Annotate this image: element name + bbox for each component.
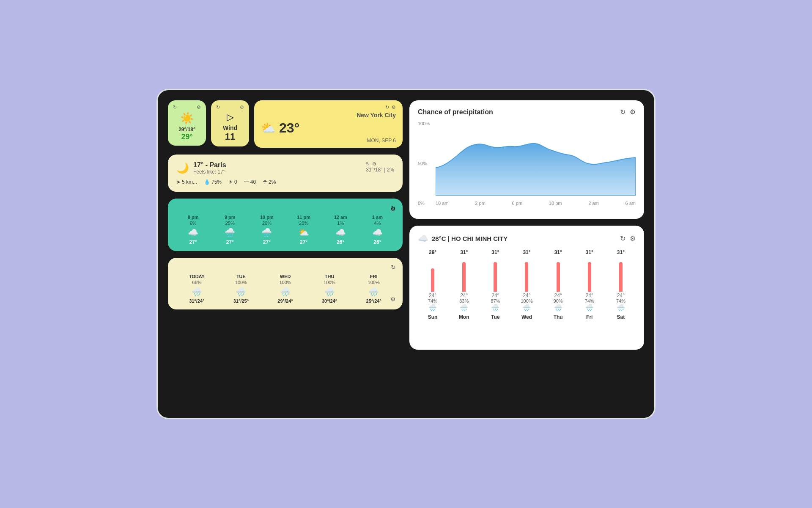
- hourly-col-1: 9 pm 25% 🌧️ 27°: [211, 215, 248, 245]
- hcm-humidity: 100%: [512, 298, 541, 304]
- paris-info: 17° - Paris Feels like: 17°: [193, 161, 226, 175]
- weekly-col-4: FRI 100% 🌧️ 25°/24°: [351, 274, 396, 304]
- paris-uv-stat: ☀ 0: [228, 179, 237, 185]
- hourly-col-3: 11 pm 20% ⛅ 27°: [285, 215, 322, 245]
- hourly-col-0: 8 pm 6% ☁️ 27°: [175, 215, 211, 245]
- y-label-50: 50%: [418, 161, 430, 166]
- paris-rain-stat: ☂ 2%: [263, 179, 276, 185]
- paris-cloud-icon: 〰: [244, 179, 249, 185]
- weekly-col-1: TUE 100% 🌧️ 31°/25°: [219, 274, 263, 304]
- paris-high-low: 31°/18° | 2%: [366, 167, 394, 173]
- nyc-settings-icon[interactable]: ⚙: [392, 105, 396, 110]
- nyc-date: MON, SEP 6: [261, 138, 396, 144]
- hcm-rain-icon: 🌧️: [575, 304, 604, 312]
- hourly-temp: 27°: [175, 239, 211, 245]
- hourly-temp: 26°: [359, 239, 396, 245]
- hourly-temp: 26°: [322, 239, 359, 245]
- hcm-bar: [619, 262, 623, 292]
- widget1-content: ☀️ 29°/18° 29°: [173, 112, 201, 141]
- weekly-pct: 100%: [307, 280, 352, 285]
- x-label-5: 6 am: [625, 201, 635, 206]
- hcm-high-temp: 31°: [606, 249, 636, 255]
- hourly-pct: 6%: [175, 221, 211, 226]
- hourly-settings-icon[interactable]: ⚙: [390, 205, 396, 212]
- paris-moon-icon: 🌙: [176, 162, 189, 174]
- hourly-widget: ↻ 8 pm 6% ☁️ 27° 9 pm 25% 🌧️ 27° 10 pm 2…: [168, 199, 403, 251]
- hcm-refresh-icon[interactable]: ↻: [620, 235, 625, 243]
- paris-settings-icon[interactable]: ⚙: [372, 161, 376, 167]
- hcm-bar-container: [449, 258, 479, 292]
- paris-right: ↻ ⚙ 31°/18° | 2%: [366, 161, 394, 173]
- hcm-low-temp: 24°: [480, 293, 510, 298]
- hcm-humidity: 90%: [543, 298, 573, 304]
- nyc-icons: ↻ ⚙: [261, 105, 396, 110]
- hcm-high-temp: 31°: [449, 249, 479, 255]
- x-axis-labels: 10 am2 pm6 pm10 pm2 am6 am: [436, 201, 636, 206]
- weekly-day: THU: [307, 274, 352, 279]
- weekly-weather-icon: 🌧️: [351, 287, 396, 297]
- hcm-rain-icon: 🌧️: [543, 304, 573, 312]
- paris-stats: ➤ 5 km... 💧 75% ☀ 0 〰 40 ☂ 2%: [176, 179, 394, 185]
- hourly-pct: 20%: [285, 221, 322, 226]
- hourly-weather-icon: ☁️: [359, 227, 396, 237]
- hcm-bar: [588, 262, 591, 292]
- precip-settings-icon[interactable]: ⚙: [630, 108, 636, 116]
- widget2-refresh-icon[interactable]: ↻: [216, 105, 220, 110]
- weekly-temp: 30°/24°: [307, 298, 352, 304]
- weekly-pct: 66%: [175, 280, 219, 285]
- precip-control-icons: ↻ ⚙: [620, 108, 636, 116]
- widget1-settings-icon[interactable]: ⚙: [197, 105, 201, 110]
- hourly-weather-icon: 🌧️: [211, 227, 248, 237]
- precip-refresh-icon[interactable]: ↻: [620, 108, 625, 116]
- paris-refresh-icon[interactable]: ↻: [366, 161, 370, 167]
- temp-current: 29°: [173, 133, 201, 141]
- weekly-refresh-icon[interactable]: ↻: [391, 264, 396, 271]
- weekly-day: WED: [263, 274, 307, 279]
- paris-wind-stat: ➤ 5 km...: [176, 179, 197, 185]
- hourly-pct: 20%: [248, 221, 285, 226]
- hcm-settings-icon[interactable]: ⚙: [630, 235, 636, 243]
- paris-feels-like: Feels like: 17°: [193, 169, 226, 175]
- hcm-rain-icon: 🌧️: [449, 304, 479, 312]
- hcm-humidity: 83%: [449, 298, 479, 304]
- weekly-settings-icon[interactable]: ⚙: [390, 296, 396, 303]
- sun-temp-widget: ↻ ⚙ ☀️ 29°/18° 29°: [168, 100, 206, 146]
- hourly-pct: 25%: [211, 221, 248, 226]
- x-label-2: 6 pm: [512, 201, 522, 206]
- hcm-bar: [557, 262, 560, 292]
- widget1-refresh-icon[interactable]: ↻: [173, 105, 177, 110]
- weekly-weather-icon: 🌧️: [175, 287, 219, 297]
- paris-rain-val: 2%: [269, 179, 276, 185]
- sun-icon: ☀️: [173, 112, 201, 125]
- weekly-col-0: TODAY 66% 🌧️ 31°/24°: [175, 274, 219, 304]
- widget2-settings-icon[interactable]: ⚙: [240, 105, 244, 110]
- right-column: Chance of precipitation ↻ ⚙ 100% 50% 0%: [409, 100, 644, 350]
- weekly-pct: 100%: [219, 280, 263, 285]
- weekly-columns: TODAY 66% 🌧️ 31°/24° TUE 100% 🌧️ 31°/25°…: [175, 274, 396, 304]
- precipitation-widget: Chance of precipitation ↻ ⚙ 100% 50% 0%: [409, 100, 644, 219]
- x-label-0: 10 am: [436, 201, 449, 206]
- hcm-rain-icon: 🌧️: [512, 304, 541, 312]
- hcm-day-5: 31° 24° 74% 🌧️ Fri: [575, 249, 604, 320]
- hcm-title-area: ☁️ 28°C | HO CHI MINH CITY: [418, 233, 508, 243]
- hcm-day-name: Sat: [606, 314, 636, 320]
- hourly-hour: 11 pm: [285, 215, 322, 220]
- weekly-weather-icon: 🌧️: [263, 287, 307, 297]
- paris-humidity-stat: 💧 75%: [204, 179, 222, 185]
- weekly-day: FRI: [351, 274, 396, 279]
- weekly-temp: 31°/25°: [219, 298, 263, 304]
- x-label-1: 2 pm: [475, 201, 485, 206]
- hcm-humidity: 74%: [575, 298, 604, 304]
- paris-uv-val: 0: [234, 179, 237, 185]
- hcm-bar-container: [418, 258, 447, 292]
- main-dashboard: ↻ ⚙ ☀️ 29°/18° 29° ↻ ⚙ ▷ Wind 11: [156, 89, 656, 419]
- hcm-high-temp: 31°: [575, 249, 604, 255]
- hcm-bar-container: [575, 258, 604, 292]
- nyc-refresh-icon[interactable]: ↻: [385, 105, 389, 110]
- left-column: ↻ ⚙ ☀️ 29°/18° 29° ↻ ⚙ ▷ Wind 11: [168, 100, 403, 350]
- hcm-bar: [462, 262, 466, 292]
- hourly-weather-icon: ☁️: [322, 227, 359, 237]
- hcm-high-temp: 29°: [418, 249, 447, 255]
- hourly-temp: 27°: [285, 239, 322, 245]
- paris-wind-icon: ➤: [176, 179, 181, 185]
